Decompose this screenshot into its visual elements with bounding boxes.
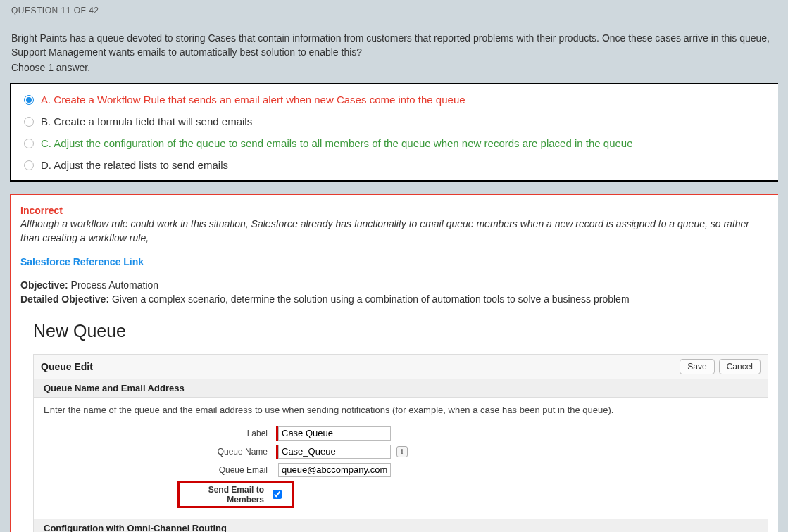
answer-b-text: B. Create a formula field that will send… — [41, 115, 252, 127]
answers-container: A. Create a Workflow Rule that sends an … — [10, 83, 778, 182]
label-input[interactable] — [278, 426, 391, 441]
question-header: QUESTION 11 OF 42 — [0, 0, 788, 20]
choose-hint: Choose 1 answer. — [0, 61, 788, 83]
objective-row: Objective: Process Automation — [20, 279, 768, 293]
save-button[interactable]: Save — [680, 359, 714, 374]
question-text: Bright Paints has a queue devoted to sto… — [0, 20, 788, 61]
answer-option-d[interactable]: D. Adjust the related lists to send emai… — [11, 154, 778, 176]
sf-queuename-label: Queue Name — [44, 447, 276, 457]
answer-option-b[interactable]: B. Create a formula field that will send… — [11, 110, 778, 132]
explanation-text: Although a workflow rule could work in t… — [20, 217, 768, 245]
sf-section-queue-name-body: Enter the name of the queue and the emai… — [34, 398, 768, 519]
radio-b[interactable] — [24, 117, 34, 127]
sf-buttons: Save Cancel — [680, 359, 761, 374]
answer-a-text: A. Create a Workflow Rule that sends an … — [41, 94, 465, 106]
send-email-checkbox[interactable] — [273, 490, 282, 499]
feedback-panel: Incorrect Although a workflow rule could… — [10, 194, 778, 532]
sf-section-routing-header: Configuration with Omni-Channel Routing — [34, 519, 768, 532]
cancel-button[interactable]: Cancel — [719, 359, 761, 374]
sf-label-label: Label — [44, 429, 276, 438]
reference-link[interactable]: Salesforce Reference Link — [20, 256, 768, 267]
sf-field-queuename-row: Queue Name i — [44, 445, 758, 459]
answer-c-text: C. Adjust the configuration of the queue… — [41, 137, 633, 149]
sf-queueemail-label: Queue Email — [44, 465, 276, 475]
sf-field-queueemail-row: Queue Email — [44, 463, 758, 477]
sf-field-sendemail-row: Send Email to Members — [44, 481, 758, 508]
answer-option-c[interactable]: C. Adjust the configuration of the queue… — [11, 132, 778, 154]
sf-section-queue-name-header: Queue Name and Email Address — [34, 379, 768, 398]
queuename-input[interactable] — [278, 445, 391, 459]
answer-option-a[interactable]: A. Create a Workflow Rule that sends an … — [11, 89, 778, 110]
sf-edit-title: Queue Edit — [41, 361, 93, 372]
sf-field-label-row: Label — [44, 426, 758, 441]
send-email-highlight: Send Email to Members — [177, 481, 294, 508]
radio-c[interactable] — [24, 139, 34, 148]
incorrect-label: Incorrect — [20, 205, 768, 217]
answer-d-text: D. Adjust the related lists to send emai… — [41, 159, 228, 171]
sf-page-title: New Queue — [33, 321, 768, 341]
radio-a[interactable] — [24, 95, 34, 105]
sf-topbar: Queue Edit Save Cancel — [34, 355, 768, 379]
question-progress-label: QUESTION 11 OF 42 — [11, 6, 99, 15]
radio-d[interactable] — [24, 160, 34, 170]
sf-sendemail-label: Send Email to Members — [181, 485, 273, 505]
queueemail-input[interactable] — [278, 463, 391, 477]
sf-edit-panel: Queue Edit Save Cancel Queue Name and Em… — [33, 354, 768, 532]
info-icon[interactable]: i — [396, 446, 408, 457]
sf-helptext: Enter the name of the queue and the emai… — [44, 405, 758, 415]
detailed-objective-row: Detailed Objective: Given a complex scen… — [20, 293, 768, 307]
salesforce-screenshot: New Queue Queue Edit Save Cancel Queue N… — [20, 321, 768, 532]
